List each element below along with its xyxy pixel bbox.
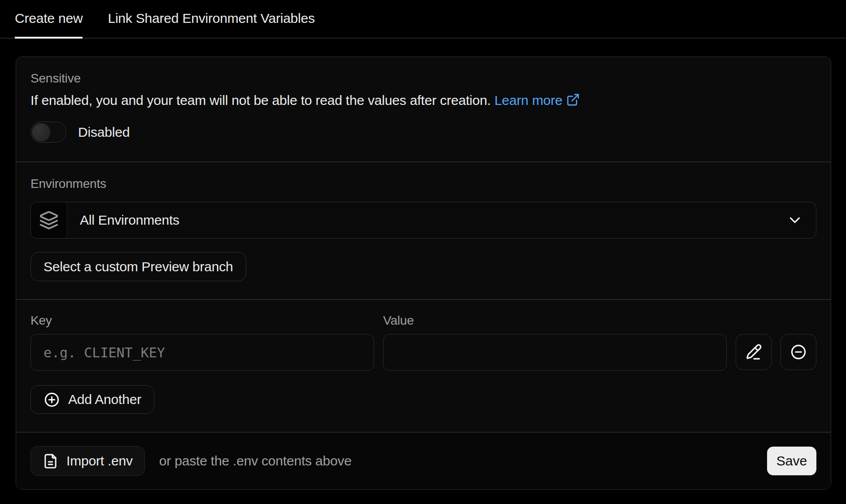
add-another-button[interactable]: Add Another [31, 385, 154, 414]
edit-value-button[interactable] [736, 334, 772, 370]
save-button[interactable]: Save [767, 447, 816, 475]
select-icon-cell [31, 202, 67, 238]
sensitive-label: Sensitive [31, 70, 816, 87]
create-env-variable-panel: Sensitive If enabled, you and your team … [16, 56, 831, 490]
sensitive-toggle-row: Disabled [31, 122, 816, 143]
sensitive-toggle[interactable] [31, 122, 66, 143]
sensitive-description: If enabled, you and your team will not b… [31, 91, 816, 110]
environments-label: Environments [31, 176, 816, 192]
environments-select[interactable]: All Environments [31, 202, 816, 239]
key-input[interactable] [31, 334, 374, 371]
chevron-down-icon [786, 212, 803, 229]
minus-circle-icon [790, 343, 807, 361]
key-value-section: Key Value [16, 299, 831, 432]
tab-bar: Create new Link Shared Environment Varia… [0, 0, 846, 39]
key-value-grid: Key Value [31, 313, 816, 371]
tab-create-new[interactable]: Create new [15, 11, 83, 39]
environments-section: Environments All Environments Select a c… [16, 161, 831, 299]
learn-more-link[interactable]: Learn more [494, 93, 580, 108]
value-label: Value [383, 313, 727, 329]
sensitive-toggle-state: Disabled [78, 125, 130, 140]
sensitive-section: Sensitive If enabled, you and your team … [16, 57, 831, 161]
remove-row-button[interactable] [781, 334, 816, 370]
value-input[interactable] [383, 334, 727, 371]
select-preview-branch-button[interactable]: Select a custom Preview branch [31, 252, 246, 281]
import-env-button[interactable]: Import .env [31, 446, 145, 476]
environments-selected-value: All Environments [67, 213, 786, 228]
panel-footer: Import .env or paste the .env contents a… [16, 432, 831, 489]
key-label: Key [31, 313, 374, 329]
import-env-label: Import .env [66, 453, 133, 469]
add-another-label: Add Another [68, 392, 141, 407]
stack-layers-icon [39, 210, 59, 230]
pencil-edit-icon [745, 343, 762, 361]
tab-link-shared-env-variables[interactable]: Link Shared Environment Variables [108, 11, 314, 39]
plus-circle-icon [44, 391, 60, 408]
env-file-icon [43, 453, 58, 469]
paste-env-hint: or paste the .env contents above [159, 453, 352, 469]
learn-more-label: Learn more [494, 93, 562, 108]
sensitive-description-text: If enabled, you and your team will not b… [31, 93, 491, 108]
external-link-icon [566, 93, 580, 107]
toggle-knob [32, 123, 50, 141]
